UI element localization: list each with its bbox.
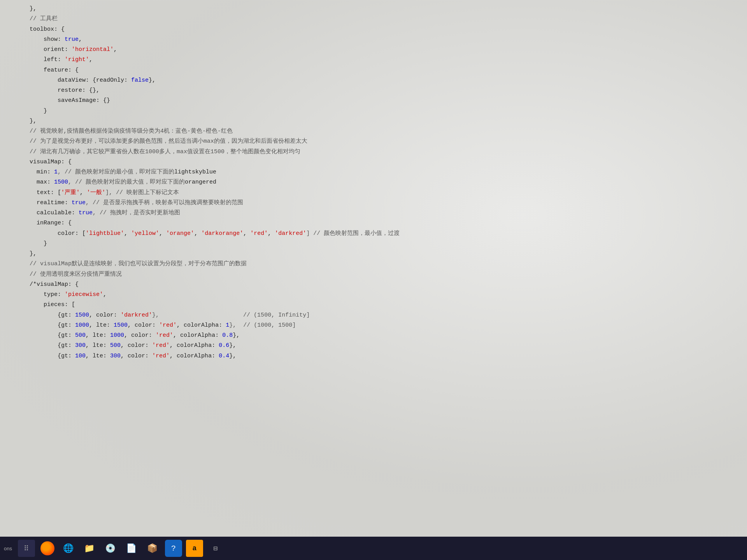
- code-line-4: show: true,: [16, 35, 735, 45]
- firefox-button[interactable]: [39, 540, 56, 557]
- code-line-17: min: 1, // 颜色映射对应的最小值，即对应下面的lightskyblue: [16, 167, 735, 177]
- code-line-21: calculable: true, // 拖拽时，是否实时更新地图: [16, 208, 735, 218]
- code-line-8: dataView: {readOnly: false},: [16, 75, 735, 86]
- code-line-19: text: ['严重', '一般'], // 映射图上下标记文本: [16, 188, 735, 198]
- firefox-icon: [40, 541, 54, 555]
- code-line-12: },: [16, 116, 735, 126]
- code-line-34: {gt: 500, lte: 1000, color: 'red', color…: [16, 331, 735, 341]
- code-line-33: {gt: 1000, lte: 1500, color: 'red', colo…: [16, 320, 735, 331]
- apps-button[interactable]: ⠿: [18, 540, 35, 557]
- code-line-32: {gt: 1500, color: 'darkred'}, // (1500, …: [16, 310, 735, 320]
- code-line-16: visualMap: {: [16, 157, 735, 167]
- taskbar: ons ⠿ 🌐 📁 💿 📄 📦 ? a ⊟: [0, 537, 747, 560]
- terminal-button[interactable]: ⊟: [207, 540, 224, 557]
- code-line-28: // 使用透明度来区分疫情严重情况: [16, 270, 735, 280]
- code-line-23: color: ['lightblue', 'yellow', 'orange',…: [16, 229, 735, 239]
- code-line-15: // 湖北有几万确诊，其它较严重省份人数在1000多人，max值设置在1500，…: [16, 147, 735, 157]
- disk-button[interactable]: 💿: [102, 540, 119, 557]
- code-line-31: pieces: [: [16, 300, 735, 310]
- amazon-button[interactable]: a: [186, 540, 203, 557]
- code-line-1: },: [16, 4, 735, 14]
- code-line-11: }: [16, 106, 735, 116]
- code-editor: }, // 工具栏 toolbox: { show: true, orient:…: [0, 0, 747, 365]
- code-line-24: }: [16, 239, 735, 249]
- code-line-30: type: 'piecewise',: [16, 290, 735, 300]
- files-button[interactable]: 📁: [81, 540, 98, 557]
- code-line-35: {gt: 300, lte: 500, color: 'red', colorA…: [16, 341, 735, 351]
- code-line-27: // visualMap默认是连续映射，我们也可以设置为分段型，对于分布范围广的…: [16, 259, 735, 269]
- code-line-25: },: [16, 249, 735, 259]
- code-line-13: // 视觉映射,疫情颜色根据传染病疫情等级分类为4机：蓝色-黄色-橙色-红色: [16, 126, 735, 136]
- network-button[interactable]: 🌐: [60, 540, 77, 557]
- code-line-7: feature: {: [16, 65, 735, 75]
- text-editor-button[interactable]: 📄: [123, 540, 140, 557]
- help-button[interactable]: ?: [165, 540, 182, 557]
- code-line-10: saveAsImage: {}: [16, 96, 735, 106]
- code-line-6: left: 'right',: [16, 55, 735, 65]
- archive-button[interactable]: 📦: [144, 540, 161, 557]
- code-line-9: restore: {},: [16, 86, 735, 96]
- code-line-20: realtime: true, // 是否显示拖拽手柄，映射条可以拖拽调整要映射…: [16, 198, 735, 208]
- code-line-22: inRange: {: [16, 218, 735, 228]
- code-line-18: max: 1500, // 颜色映射对应的最大值，即对应下面的orangered: [16, 177, 735, 187]
- code-line-36: {gt: 100, lte: 300, color: 'red', colorA…: [16, 351, 735, 361]
- taskbar-label: ons: [4, 546, 12, 551]
- code-line-14: // 为了是视觉分布更好，可以添加更多的颜色范围，然后适当调小max的值，因为湖…: [16, 136, 735, 147]
- code-line-29: /*visualMap: {: [16, 280, 735, 290]
- code-line-3: toolbox: {: [16, 24, 735, 35]
- code-line-5: orient: 'horizontal',: [16, 45, 735, 55]
- code-line-2: // 工具栏: [16, 14, 735, 24]
- screen: }, // 工具栏 toolbox: { show: true, orient:…: [0, 0, 747, 537]
